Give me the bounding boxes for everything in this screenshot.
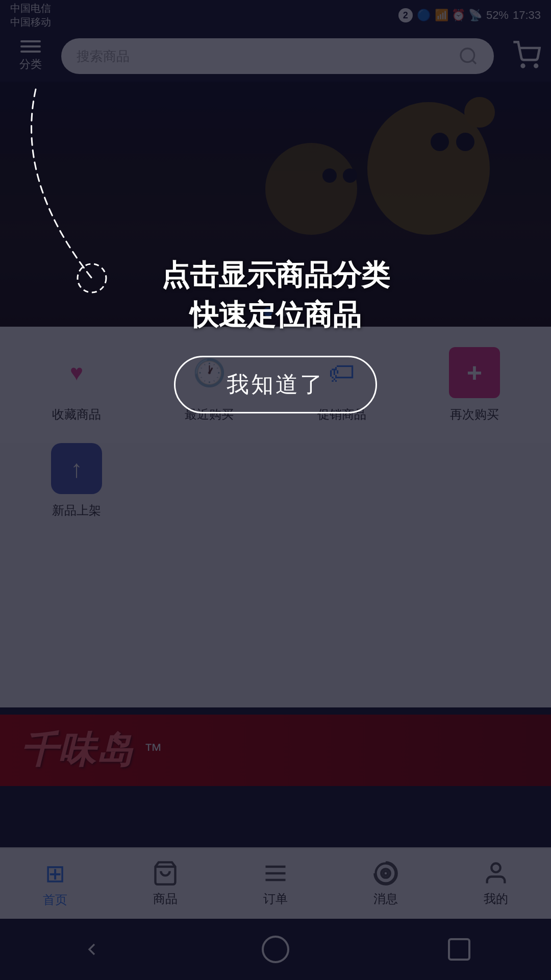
tooltip-popup: 点击显示商品分类 快速定位商品 我知道了 — [161, 255, 390, 413]
tooltip-confirm-button[interactable]: 我知道了 — [174, 356, 377, 413]
tooltip-line1: 点击显示商品分类 — [161, 259, 390, 291]
app-container: 中国电信 中国移动 2 🔵 📶 ⏰ 📡 52% 17:33 分类 搜索商品 — [0, 0, 551, 980]
svg-point-13 — [78, 264, 106, 292]
tooltip-text: 点击显示商品分类 快速定位商品 — [161, 255, 390, 335]
tooltip-line2: 快速定位商品 — [190, 299, 361, 331]
